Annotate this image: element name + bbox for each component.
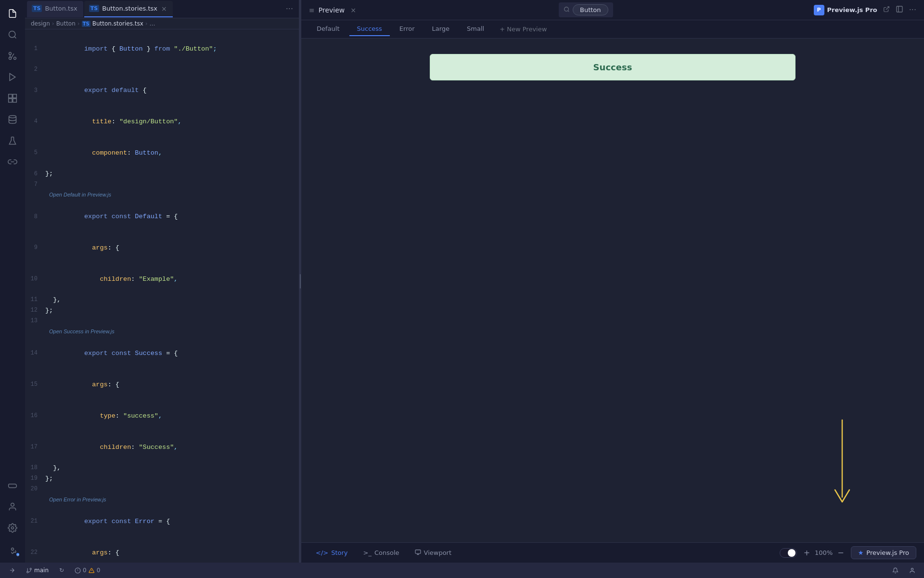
- viewport-icon: [415, 549, 421, 557]
- database-icon[interactable]: [3, 110, 22, 129]
- error-count: 0: [83, 567, 87, 574]
- svg-point-20: [30, 568, 31, 569]
- activity-bar: ◷: [0, 0, 25, 563]
- breadcrumb-file[interactable]: Button.stories.tsx: [92, 20, 143, 27]
- breadcrumb-ellipsis[interactable]: …: [150, 20, 155, 27]
- preview-panel-icon: ≡: [309, 6, 315, 14]
- bottom-tab-story-label: Story: [331, 549, 347, 556]
- code-editor[interactable]: 1 import { Button } from "./Button"; 2 3…: [25, 29, 299, 563]
- theme-toggle-knob: [788, 549, 796, 557]
- breadcrumb-design[interactable]: design: [31, 20, 50, 27]
- bottom-tab-viewport[interactable]: Viewport: [408, 546, 459, 560]
- search-icon[interactable]: [3, 25, 22, 44]
- preview-close-button[interactable]: ×: [348, 4, 358, 16]
- status-remote-icon[interactable]: [6, 566, 18, 575]
- preview-header-left: ≡ Preview ×: [309, 4, 358, 16]
- tab-close-button[interactable]: ×: [161, 5, 167, 13]
- bottom-tab-story[interactable]: </> Story: [309, 546, 355, 559]
- code-line-11: 11 },: [25, 295, 299, 305]
- preview-panel-title: Preview: [319, 6, 345, 14]
- preview-layout-icon[interactable]: [896, 5, 903, 15]
- bottom-tab-console[interactable]: >_ Console: [357, 546, 406, 559]
- preview-search-icon: [564, 6, 570, 14]
- zoom-controls: + 100% −: [802, 547, 846, 558]
- preview-more-options-icon[interactable]: ···: [909, 5, 916, 14]
- svg-marker-4: [10, 74, 15, 81]
- ts-badge: TS: [32, 5, 42, 12]
- story-tabs: Default Success Error Large Small + New …: [301, 20, 924, 39]
- code-line-16: 16 type: "success",: [25, 400, 299, 432]
- zoom-out-button[interactable]: −: [835, 547, 846, 558]
- status-bar: main ↻ 0 0: [0, 563, 924, 578]
- tab-more-button[interactable]: ···: [282, 4, 297, 13]
- preview-external-link-icon[interactable]: [883, 6, 890, 14]
- svg-rect-18: [415, 550, 421, 553]
- branch-name: main: [34, 567, 49, 574]
- code-line-14: 14 export const Success = {: [25, 338, 299, 369]
- status-bar-left: main ↻ 0 0: [6, 566, 103, 575]
- svg-point-9: [9, 116, 16, 118]
- tab-button-stories-tsx[interactable]: TS Button.stories.tsx ×: [84, 1, 173, 17]
- editor-area: TS Button.tsx TS Button.stories.tsx × ··…: [25, 0, 299, 563]
- zoom-in-button[interactable]: +: [802, 547, 812, 558]
- svg-point-14: [565, 7, 569, 11]
- tab-default[interactable]: Default: [309, 22, 347, 36]
- new-preview-label: + New Preview: [500, 26, 547, 33]
- preview-pro-badge[interactable]: P Preview.js Pro: [814, 5, 877, 15]
- docker-icon[interactable]: [3, 476, 22, 495]
- breadcrumb-button[interactable]: Button: [56, 20, 76, 27]
- breadcrumb: design › Button › TS Button.stories.tsx …: [25, 18, 299, 29]
- tab-large[interactable]: Large: [424, 22, 458, 36]
- code-line-1: 1 import { Button } from "./Button";: [25, 33, 299, 65]
- svg-point-2: [9, 53, 12, 55]
- source-control-icon[interactable]: [3, 46, 22, 66]
- beaker-icon[interactable]: [3, 131, 22, 150]
- git-icon[interactable]: [3, 152, 22, 171]
- status-person-icon[interactable]: [906, 566, 918, 575]
- tab-small[interactable]: Small: [459, 22, 492, 36]
- tab-button-stories-label: Button.stories.tsx: [102, 5, 157, 12]
- console-icon: >_: [363, 549, 372, 556]
- theme-toggle[interactable]: [780, 548, 797, 558]
- preview-search-bar[interactable]: Button: [559, 2, 613, 17]
- svg-line-15: [886, 7, 889, 10]
- status-sync-item[interactable]: ↻: [56, 566, 67, 575]
- code-line-18: 18 },: [25, 463, 299, 473]
- tab-success[interactable]: Success: [349, 22, 390, 36]
- run-debug-icon[interactable]: [3, 67, 22, 87]
- warning-count: 0: [97, 567, 101, 574]
- svg-rect-5: [9, 94, 13, 98]
- code-line-7: 7: [25, 179, 299, 190]
- tab-new-preview[interactable]: + New Preview: [494, 23, 552, 36]
- code-line-19: 19 };: [25, 473, 299, 484]
- arrow-annotation: [828, 415, 857, 513]
- files-icon[interactable]: [3, 4, 22, 23]
- code-line-22: 22 args: {: [25, 537, 299, 563]
- bottom-tab-viewport-label: Viewport: [424, 549, 452, 556]
- clock-settings-icon[interactable]: ◷: [3, 539, 22, 559]
- tab-button-tsx[interactable]: TS Button.tsx: [27, 1, 83, 17]
- preview-canvas: Success: [301, 39, 924, 542]
- status-errors-item[interactable]: 0 0: [72, 566, 103, 575]
- code-line-12: 12 };: [25, 305, 299, 316]
- svg-point-27: [911, 568, 913, 570]
- story-search-pill[interactable]: Button: [573, 4, 608, 15]
- settings-icon[interactable]: [3, 518, 22, 538]
- account-icon[interactable]: [3, 497, 22, 516]
- tab-small-label: Small: [467, 25, 484, 32]
- code-line-10: 10 children: "Example",: [25, 263, 299, 295]
- svg-rect-7: [9, 99, 13, 103]
- code-line-5: 5 component: Button,: [25, 137, 299, 169]
- status-notification-icon[interactable]: [889, 566, 901, 575]
- hover-note-success: Open Success in Preview.js: [25, 327, 299, 337]
- success-button-label: Success: [593, 62, 632, 72]
- bottom-tab-console-label: Console: [374, 549, 399, 556]
- tab-large-label: Large: [432, 25, 450, 32]
- story-code-icon: </>: [316, 549, 328, 556]
- tab-error[interactable]: Error: [392, 22, 423, 36]
- tab-default-label: Default: [317, 25, 340, 32]
- success-button[interactable]: Success: [430, 54, 796, 80]
- extensions-icon[interactable]: [3, 89, 22, 108]
- preview-pro-bottom-button[interactable]: ★ Preview.js Pro: [851, 546, 916, 559]
- status-branch-item[interactable]: main: [23, 566, 51, 575]
